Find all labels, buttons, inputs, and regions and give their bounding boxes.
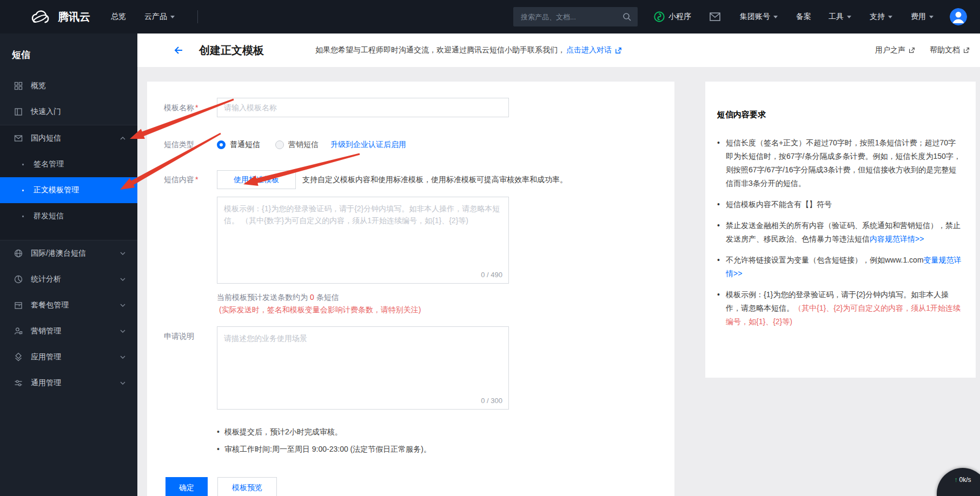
requirement-item: 不允许将链接设置为变量（包含短链接），例如www.1.com变量规范详情>>	[717, 253, 963, 280]
nav-tools[interactable]: 工具	[829, 12, 851, 22]
use-standard-template-button[interactable]: 使用标准模板	[217, 170, 296, 189]
page-header: 创建正文模板 如果您希望与工程师即时沟通交流，欢迎通过腾讯云短信小助手联系我们，…	[137, 33, 980, 67]
nav-group-account[interactable]: 集团账号	[740, 12, 778, 22]
external-link-icon[interactable]	[614, 46, 623, 55]
tencent-cloud-logo[interactable]: 腾讯云	[29, 9, 90, 25]
sub-item-marker	[22, 190, 24, 191]
header-links: 用户之声 帮助文档	[875, 45, 970, 55]
template-name-input[interactable]	[217, 98, 509, 117]
chat-link[interactable]: 点击进入对话	[566, 45, 612, 55]
sidebar-item-6[interactable]: 群发短信	[0, 203, 137, 229]
confirm-button[interactable]: 确定	[165, 477, 208, 496]
radio-marketing-sms[interactable]: 营销短信	[275, 140, 319, 150]
chevron-down-icon	[120, 356, 125, 359]
nav-overview[interactable]: 总览	[111, 12, 126, 22]
chevron-down-icon	[170, 16, 175, 18]
sidebar-item-7[interactable]: 国际/港澳台短信	[0, 240, 137, 266]
form-actions: 确定 模板预览	[165, 477, 674, 496]
back-icon[interactable]	[173, 45, 184, 56]
voice-of-users-link[interactable]: 用户之声	[875, 45, 916, 55]
sidebar-item-5[interactable]: 正文模板管理	[0, 177, 137, 203]
requirement-item: 禁止发送金融相关的所有内容（验证码、系统通知和营销短信），禁止发送房产、移民政治…	[717, 219, 963, 246]
search-input[interactable]	[520, 12, 623, 22]
brand-name: 腾讯云	[58, 10, 90, 24]
nav-support[interactable]: 支持	[870, 12, 892, 22]
sidebar-item-4[interactable]: 签名管理	[0, 151, 137, 177]
nav-products[interactable]: 云产品	[144, 12, 175, 22]
external-link-icon	[963, 46, 970, 54]
nav-billing[interactable]: 费用	[911, 12, 933, 22]
radio-selected-icon	[217, 140, 226, 149]
sidebar-item-3[interactable]: 国内短信	[0, 125, 137, 151]
avatar[interactable]	[950, 8, 967, 25]
field-label-template-name: 模板名称*	[164, 98, 217, 117]
sidebar-item-11[interactable]: 应用管理	[0, 344, 137, 370]
sidebar-title: 短信	[0, 33, 137, 73]
chevron-down-icon	[847, 16, 851, 18]
chevron-down-icon	[120, 381, 125, 385]
upload-arrow-icon: ↑	[954, 476, 957, 496]
miniprogram-link[interactable]: 小程序	[654, 11, 691, 22]
chevron-up-icon	[120, 137, 125, 140]
chevron-down-icon	[773, 16, 778, 18]
requirement-text: 禁止发送金融相关的所有内容（验证码、系统通知和营销短信），禁止发送房产、移民政治…	[726, 221, 961, 243]
help-docs-link[interactable]: 帮助文档	[930, 45, 970, 55]
chevron-down-icon	[888, 16, 892, 18]
sidebar-item-8[interactable]: 统计分析	[0, 266, 137, 292]
sub-item-marker	[22, 164, 24, 165]
sidebar-item-9[interactable]: 套餐包管理	[0, 292, 137, 318]
chevron-down-icon	[120, 330, 125, 333]
package-icon	[14, 301, 23, 310]
requirement-text: 不允许将链接设置为变量（包含短链接），例如www.1.com	[726, 256, 924, 264]
billing-warning: (实际发送时，签名和模板变量会影响计费条数，请特别关注)	[219, 305, 674, 315]
divider	[197, 10, 198, 23]
page-title: 创建正文模板	[199, 43, 264, 58]
external-link-icon	[908, 46, 916, 54]
sidebar-item-1[interactable]: 概览	[0, 73, 137, 99]
chevron-down-icon	[929, 16, 933, 18]
speed-value: 0k/s	[959, 476, 971, 496]
quickstart-icon	[14, 108, 23, 117]
search-box[interactable]	[513, 7, 638, 26]
chevron-down-icon	[120, 278, 125, 281]
content-area: 模板名称* 短信类型 普通短信 营销短信 升级到企业认证后启用 短信内容* 使用…	[137, 67, 980, 496]
requirement-item: 模板示例：{1}为您的登录验证码，请于{2}分钟内填写。如非本人操作，请忽略本短…	[717, 288, 963, 329]
field-label-sms-type: 短信类型	[164, 140, 217, 150]
nav-beian[interactable]: 备案	[796, 12, 811, 22]
radio-normal-sms[interactable]: 普通短信	[217, 140, 260, 150]
general-sliders-icon	[14, 379, 23, 388]
user-icon	[950, 8, 967, 25]
globe-icon	[14, 249, 23, 258]
apply-note-textarea-box: 0 / 300	[217, 326, 509, 410]
apply-note-textarea[interactable]	[217, 326, 509, 410]
requirement-item: 短信长度（签名+正文）不超过70字时，按照1条短信计费；超过70字即为长短信时，…	[717, 136, 963, 190]
mail-icon	[14, 134, 23, 143]
sms-content-textarea[interactable]	[217, 197, 509, 284]
sidebar-item-2[interactable]: 快速入门	[0, 99, 137, 125]
requirement-text: 短信模板内容不能含有【】符号	[726, 200, 832, 209]
marketing-person-icon	[14, 327, 23, 336]
miniprogram-icon	[654, 11, 665, 22]
template-preview-button[interactable]: 模板预览	[217, 477, 277, 496]
sidebar-nav: 概览快速入门国内短信签名管理正文模板管理群发短信国际/港澳台短信统计分析套餐包管…	[0, 73, 137, 396]
field-label-sms-content: 短信内容*	[164, 175, 217, 185]
review-notes: 模板提交后，预计2小时完成审核。审核工作时间:周一至周日 9:00-23:00 …	[217, 423, 674, 458]
char-counter: 0 / 300	[481, 397, 502, 405]
stats-pie-icon	[14, 275, 23, 284]
sidebar-item-10[interactable]: 营销管理	[0, 318, 137, 344]
topbar: 腾讯云 总览 云产品 小程序 集团账号 备案 工具 支持 费用	[0, 0, 980, 33]
page-subtitle: 如果您希望与工程师即时沟通交流，欢迎通过腾讯云短信小助手联系我们， 点击进入对话	[315, 45, 623, 55]
char-counter: 0 / 490	[481, 271, 502, 279]
requirement-detail-link[interactable]: 内容规范详情>>	[870, 234, 924, 243]
field-label-apply-note: 申请说明	[164, 326, 217, 410]
requirement-text: 短信长度（签名+正文）不超过70字时，按照1条短信计费；超过70字即为长短信时，…	[726, 138, 961, 187]
chevron-down-icon	[120, 304, 125, 307]
required-mark: *	[195, 175, 198, 184]
chevron-down-icon	[120, 252, 125, 255]
requirements-title: 短信内容要求	[717, 110, 963, 120]
estimate-line: 当前模板预计发送条数约为0条短信	[217, 293, 674, 303]
sidebar-item-12[interactable]: 通用管理	[0, 370, 137, 396]
search-icon[interactable]	[623, 12, 631, 21]
upgrade-enterprise-link[interactable]: 升级到企业认证后启用	[330, 140, 406, 150]
message-center-icon[interactable]	[710, 12, 720, 21]
